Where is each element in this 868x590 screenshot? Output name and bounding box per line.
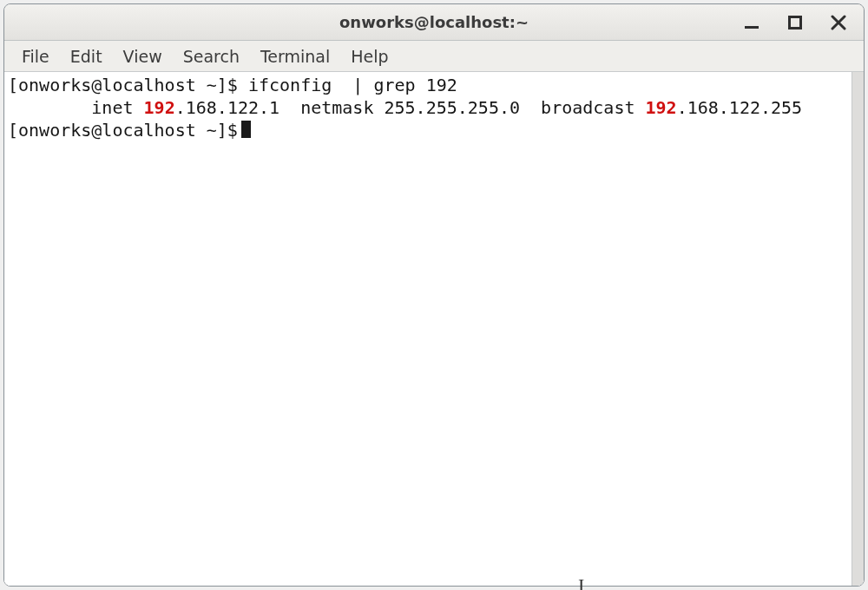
menu-search[interactable]: Search — [173, 43, 250, 69]
terminal-body-wrap: [onworks@localhost ~]$ ifconfig | grep 1… — [4, 72, 864, 586]
menu-file[interactable]: File — [11, 43, 60, 69]
vertical-scrollbar[interactable] — [852, 72, 864, 586]
svg-rect-1 — [790, 16, 801, 28]
maximize-button[interactable] — [786, 13, 805, 32]
grep-match: 192 — [144, 97, 175, 118]
window-title: onworks@localhost:~ — [4, 13, 864, 31]
titlebar[interactable]: onworks@localhost:~ — [4, 4, 864, 41]
prompt: [onworks@localhost ~]$ — [8, 120, 238, 141]
menu-terminal[interactable]: Terminal — [250, 43, 340, 69]
output-text: .168.122.255 — [677, 97, 803, 118]
grep-match: 192 — [646, 97, 677, 118]
terminal-window: onworks@localhost:~ File Edit View Searc… — [3, 3, 865, 587]
cursor-icon — [241, 121, 251, 138]
menu-edit[interactable]: Edit — [60, 43, 113, 69]
menu-help[interactable]: Help — [340, 43, 398, 69]
output-text: .168.122.1 netmask 255.255.255.0 broadca… — [175, 97, 646, 118]
window-controls — [742, 13, 855, 32]
menubar: File Edit View Search Terminal Help — [4, 41, 864, 72]
menu-view[interactable]: View — [113, 43, 173, 69]
prompt: [onworks@localhost ~]$ — [8, 75, 248, 95]
svg-rect-0 — [745, 26, 759, 29]
output-text: inet — [8, 97, 144, 118]
close-button[interactable] — [829, 13, 848, 32]
minimize-button[interactable] — [742, 13, 761, 32]
terminal-output[interactable]: [onworks@localhost ~]$ ifconfig | grep 1… — [4, 72, 852, 586]
command-text: ifconfig | grep 192 — [248, 75, 457, 95]
